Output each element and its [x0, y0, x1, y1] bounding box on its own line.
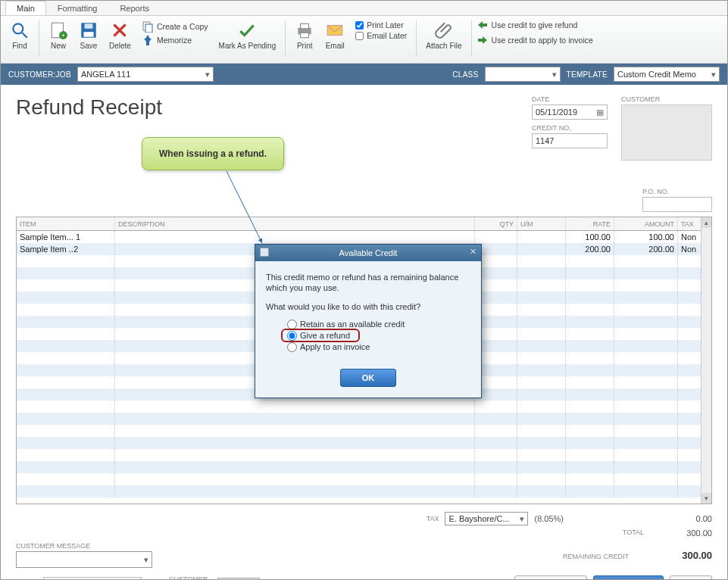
- cell-item[interactable]: [17, 401, 115, 413]
- clear-button[interactable]: Clear: [670, 575, 712, 580]
- template-combo[interactable]: Custom Credit Memo▾: [614, 67, 720, 82]
- cell-item[interactable]: [17, 485, 115, 497]
- attach-file-button[interactable]: Attach File: [421, 19, 466, 51]
- tab-formatting[interactable]: Formatting: [46, 1, 109, 15]
- class-combo[interactable]: ▾: [485, 67, 561, 82]
- table-row[interactable]: [17, 413, 711, 425]
- save-button[interactable]: Save: [74, 19, 103, 51]
- cell-um[interactable]: [517, 316, 566, 328]
- table-row[interactable]: [17, 425, 711, 437]
- cell-amount[interactable]: [614, 437, 678, 449]
- cell-amount[interactable]: [614, 316, 678, 328]
- cell-um[interactable]: [517, 401, 566, 413]
- customer-job-combo[interactable]: ANGELA 111▾: [77, 67, 214, 82]
- print-later-check[interactable]: Print Later: [355, 20, 407, 30]
- cell-um[interactable]: [517, 461, 566, 473]
- cell-rate[interactable]: 100.00: [566, 231, 614, 243]
- cell-rate[interactable]: [566, 376, 614, 388]
- cell-desc[interactable]: [115, 461, 475, 473]
- table-row[interactable]: Sample Item... 1100.00100.00Non: [17, 231, 711, 243]
- cell-amount[interactable]: [614, 255, 678, 267]
- cell-qty[interactable]: [475, 449, 517, 461]
- cell-amount[interactable]: [614, 328, 678, 340]
- cell-item[interactable]: [17, 376, 115, 388]
- cell-amount[interactable]: [614, 388, 678, 401]
- cell-um[interactable]: [517, 364, 566, 376]
- cell-amount[interactable]: [614, 376, 678, 388]
- cell-desc[interactable]: [115, 425, 475, 437]
- create-copy-button[interactable]: Create a Copy: [142, 20, 208, 33]
- cell-um[interactable]: [517, 340, 566, 352]
- cell-rate[interactable]: [566, 425, 614, 437]
- delete-button[interactable]: Delete: [105, 19, 136, 51]
- dialog-system-icon[interactable]: [260, 248, 269, 257]
- cell-amount[interactable]: [614, 304, 678, 316]
- memorize-button[interactable]: Memorize: [142, 34, 208, 46]
- cell-rate[interactable]: [566, 461, 614, 473]
- cell-amount[interactable]: 100.00: [614, 231, 678, 243]
- find-button[interactable]: Find: [5, 19, 34, 51]
- dialog-ok-button[interactable]: OK: [340, 369, 397, 387]
- email-button[interactable]: Email: [320, 19, 349, 51]
- cell-item[interactable]: [17, 473, 115, 485]
- cell-rate[interactable]: [566, 267, 614, 279]
- cell-rate[interactable]: [566, 352, 614, 364]
- cell-um[interactable]: [517, 413, 566, 425]
- scrollbar[interactable]: ▴ ▾: [701, 217, 711, 504]
- use-credit-invoice-button[interactable]: Use credit to apply to invoice: [476, 34, 593, 46]
- cell-qty[interactable]: [475, 473, 517, 485]
- cell-amount[interactable]: [614, 449, 678, 461]
- cell-um[interactable]: [517, 376, 566, 388]
- cell-amount[interactable]: 200.00: [614, 243, 678, 255]
- cell-amount[interactable]: [614, 485, 678, 497]
- th-rate[interactable]: RATE: [566, 217, 614, 230]
- th-amount[interactable]: AMOUNT: [614, 217, 678, 230]
- cell-rate[interactable]: [566, 388, 614, 401]
- cell-qty[interactable]: [475, 425, 517, 437]
- save-new-button[interactable]: Save & New: [593, 575, 663, 580]
- cell-um[interactable]: [517, 267, 566, 279]
- cell-rate[interactable]: [566, 413, 614, 425]
- dialog-close-icon[interactable]: ✕: [470, 247, 476, 257]
- cell-rate[interactable]: [566, 437, 614, 449]
- table-row[interactable]: [17, 401, 711, 413]
- cell-item[interactable]: Sample Item ..2: [17, 243, 115, 255]
- new-button[interactable]: + New: [44, 19, 73, 51]
- date-input[interactable]: 05/11/2019 ▦: [532, 104, 608, 120]
- th-qty[interactable]: QTY: [475, 217, 517, 230]
- table-row[interactable]: [17, 473, 711, 485]
- tab-main[interactable]: Main: [5, 1, 46, 15]
- table-row[interactable]: [17, 485, 711, 497]
- calendar-icon[interactable]: ▦: [596, 108, 604, 117]
- print-later-checkbox[interactable]: [355, 21, 364, 30]
- table-row[interactable]: [17, 461, 711, 473]
- cell-amount[interactable]: [614, 461, 678, 473]
- scroll-down-button[interactable]: ▾: [701, 493, 711, 504]
- cell-um[interactable]: [517, 437, 566, 449]
- cell-um[interactable]: [517, 292, 566, 304]
- po-input[interactable]: [642, 197, 712, 212]
- cell-item[interactable]: [17, 388, 115, 401]
- cell-item[interactable]: [17, 292, 115, 304]
- cell-um[interactable]: [517, 449, 566, 461]
- cell-item[interactable]: [17, 437, 115, 449]
- cell-item[interactable]: [17, 425, 115, 437]
- cell-desc[interactable]: [115, 449, 475, 461]
- cell-um[interactable]: [517, 352, 566, 364]
- cell-desc[interactable]: [115, 413, 475, 425]
- cell-amount[interactable]: [614, 292, 678, 304]
- cell-rate[interactable]: [566, 304, 614, 316]
- cell-rate[interactable]: [566, 364, 614, 376]
- email-later-checkbox[interactable]: [355, 32, 364, 40]
- cell-um[interactable]: [517, 388, 566, 401]
- cell-rate[interactable]: [566, 449, 614, 461]
- cell-um[interactable]: [517, 231, 566, 243]
- th-item[interactable]: ITEM: [17, 217, 115, 230]
- cell-amount[interactable]: [614, 279, 678, 292]
- credit-no-input[interactable]: 1147: [532, 133, 608, 148]
- table-row[interactable]: [17, 449, 711, 461]
- cell-desc[interactable]: [115, 231, 475, 243]
- radio-retain-input[interactable]: [287, 320, 297, 329]
- cell-rate[interactable]: [566, 292, 614, 304]
- cell-amount[interactable]: [614, 364, 678, 376]
